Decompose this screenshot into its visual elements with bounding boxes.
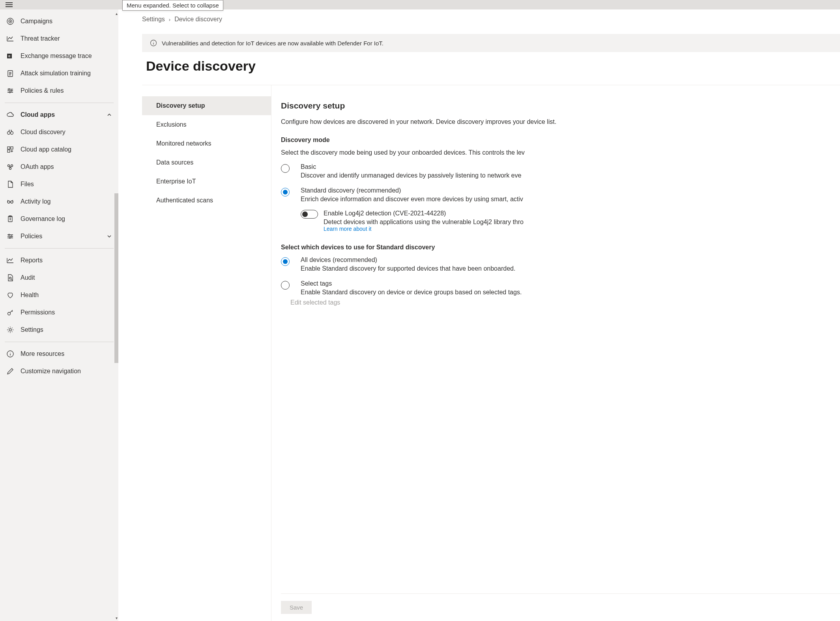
main-content: Settings › Device discovery Vulnerabilit… <box>118 0 840 621</box>
breadcrumb-root[interactable]: Settings <box>142 16 165 23</box>
page-title: Device discovery <box>142 58 840 74</box>
glasses-icon <box>6 198 14 206</box>
sidebar-scrollbar[interactable] <box>114 193 118 363</box>
sidebar-item-label: Cloud discovery <box>21 129 112 136</box>
learn-more-link[interactable]: Learn more about it <box>324 226 371 232</box>
svg-point-23 <box>9 238 11 239</box>
sidebar-item-cloud-apps[interactable]: Cloud apps <box>0 106 118 123</box>
chevron-right-icon: › <box>169 17 170 22</box>
chevron-up-icon <box>107 112 112 118</box>
sliders-icon <box>6 232 14 240</box>
sidebar-item-policies[interactable]: Policies <box>0 228 118 245</box>
toggle-log4j-subtitle: Detect devices with applications using t… <box>324 219 524 226</box>
sidebar-item-settings[interactable]: Settings <box>0 321 118 339</box>
settings-subnav: Discovery setup Exclusions Monitored net… <box>142 85 271 621</box>
subnav-enterprise-iot[interactable]: Enterprise IoT <box>142 172 271 191</box>
toggle-log4j-title: Enable Log4j2 detection (CVE-2021-44228) <box>324 210 524 217</box>
svg-point-7 <box>11 90 12 92</box>
svg-point-26 <box>9 329 11 331</box>
subnav-monitored-networks[interactable]: Monitored networks <box>142 134 271 153</box>
sidebar-item-label: More resources <box>21 350 112 357</box>
sidebar-item-oauth-apps[interactable]: OAuth apps <box>0 158 118 176</box>
info-banner: Vulnerabilities and detection for IoT de… <box>142 34 840 52</box>
svg-point-21 <box>9 234 10 236</box>
svg-point-24 <box>9 277 11 279</box>
sidebar-item-label: Files <box>21 181 112 188</box>
sliders-icon <box>6 87 14 95</box>
subnav-discovery-setup[interactable]: Discovery setup <box>142 96 271 115</box>
sidebar-item-cloud-catalog[interactable]: Cloud app catalog <box>0 141 118 158</box>
radio-basic[interactable] <box>281 164 290 173</box>
sidebar-item-label: Reports <box>21 257 112 264</box>
exchange-icon: E <box>6 52 14 60</box>
section-title: Discovery setup <box>281 101 840 110</box>
sidebar-item-label: Settings <box>21 326 112 333</box>
sidebar-item-customize-nav[interactable]: Customize navigation <box>0 363 118 380</box>
info-icon <box>6 350 14 358</box>
sidebar-item-label: Attack simulation training <box>21 70 112 77</box>
radio-basic-subtitle: Discover and identify unmanaged devices … <box>301 172 521 179</box>
breadcrumb-current: Device discovery <box>174 16 222 23</box>
discovery-mode-label: Discovery mode <box>281 137 840 144</box>
radio-select-tags[interactable] <box>281 281 290 290</box>
sidebar-item-threat-tracker[interactable]: Threat tracker <box>0 30 118 47</box>
radio-all-devices[interactable] <box>281 257 290 266</box>
sidebar-item-label: Cloud app catalog <box>21 146 112 153</box>
subnav-exclusions[interactable]: Exclusions <box>142 115 271 134</box>
subnav-data-sources[interactable]: Data sources <box>142 153 271 172</box>
radio-standard[interactable] <box>281 188 290 196</box>
sidebar-item-policies-rules[interactable]: Policies & rules <box>0 82 118 99</box>
footer-bar: Save <box>281 593 840 621</box>
svg-point-2 <box>10 21 11 22</box>
sidebar-item-label: Permissions <box>21 309 112 316</box>
detail-panel: Discovery setup Configure how devices ar… <box>271 85 840 621</box>
sidebar-item-label: Health <box>21 292 112 299</box>
gear-icon <box>6 326 14 334</box>
sidebar-item-reports[interactable]: Reports <box>0 252 118 269</box>
cloud-icon <box>6 111 14 119</box>
heart-icon <box>6 291 14 299</box>
svg-rect-11 <box>7 147 10 149</box>
pencil-icon <box>6 367 14 375</box>
sidebar-item-label: Exchange message trace <box>21 52 112 60</box>
discovery-mode-description: Select the discovery mode being used by … <box>281 149 840 156</box>
sidebar-item-label: Governance log <box>21 215 112 223</box>
sidebar-item-more-resources[interactable]: More resources <box>0 345 118 363</box>
sidebar-item-cloud-discovery[interactable]: Cloud discovery <box>0 123 118 141</box>
breadcrumb: Settings › Device discovery <box>142 16 840 23</box>
target-icon <box>6 17 14 25</box>
sidebar-item-health[interactable]: Health <box>0 286 118 304</box>
grid-plus-icon <box>6 146 14 153</box>
sidebar-item-exchange-trace[interactable]: E Exchange message trace <box>0 47 118 65</box>
sidebar-item-activity-log[interactable]: Activity log <box>0 193 118 210</box>
scroll-up-arrow[interactable]: ▴ <box>114 12 118 16</box>
sidebar-item-permissions[interactable]: Permissions <box>0 304 118 321</box>
sidebar-item-label: OAuth apps <box>21 163 112 170</box>
sidebar-item-campaigns[interactable]: Campaigns <box>0 13 118 30</box>
scroll-down-arrow[interactable]: ▾ <box>114 616 118 620</box>
chevron-down-icon <box>107 234 112 239</box>
radio-select-tags-subtitle: Enable Standard discovery on device or d… <box>301 289 522 296</box>
svg-rect-12 <box>11 147 13 149</box>
hamburger-menu-button[interactable] <box>0 0 18 9</box>
banner-text: Vulnerabilities and detection for IoT de… <box>162 40 384 47</box>
toggle-log4j[interactable] <box>301 210 318 219</box>
sidebar-item-files[interactable]: Files <box>0 176 118 193</box>
sidebar-item-label: Policies & rules <box>21 87 112 94</box>
sidebar-item-audit[interactable]: Audit <box>0 269 118 286</box>
edit-selected-tags-link: Edit selected tags <box>290 299 840 306</box>
sidebar-item-governance-log[interactable]: Governance log <box>0 210 118 228</box>
sidebar-item-label: Audit <box>21 274 112 281</box>
save-button[interactable]: Save <box>281 601 312 614</box>
info-icon <box>150 39 157 47</box>
section-description: Configure how devices are discovered in … <box>281 118 840 126</box>
nav-divider <box>5 342 114 342</box>
radio-select-tags-title: Select tags <box>301 280 522 287</box>
svg-point-10 <box>11 132 13 135</box>
svg-point-25 <box>8 312 11 315</box>
nav-divider <box>5 248 114 249</box>
subnav-authenticated-scans[interactable]: Authenticated scans <box>142 191 271 210</box>
line-chart-icon <box>6 256 14 264</box>
radio-standard-subtitle: Enrich device information and discover e… <box>301 196 524 203</box>
sidebar-item-attack-sim[interactable]: Attack simulation training <box>0 65 118 82</box>
